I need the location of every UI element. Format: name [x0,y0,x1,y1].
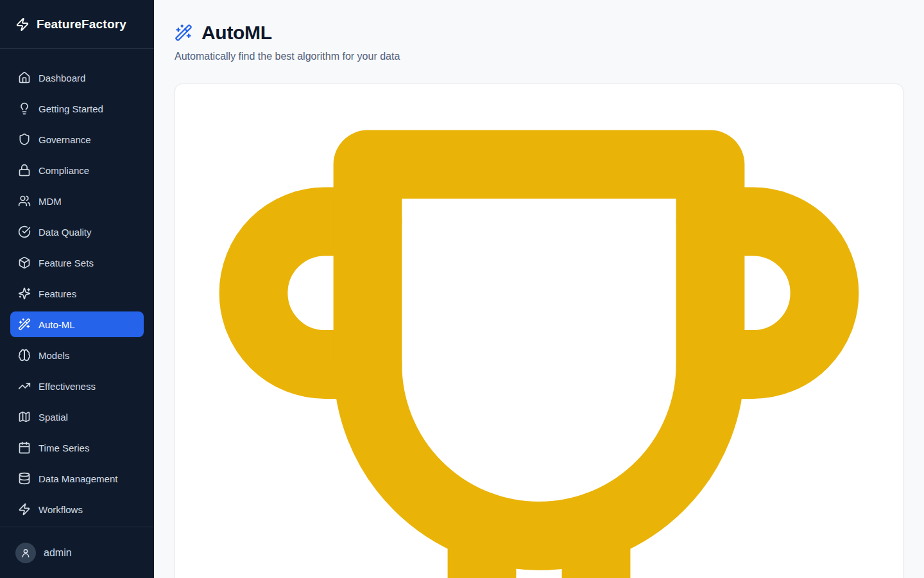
sidebar-item-mdm[interactable]: MDM [10,188,144,214]
check-circle-icon [18,225,31,238]
sidebar-item-label: MDM [38,196,62,207]
sidebar-user[interactable]: admin [0,527,154,578]
sidebar-item-label: Compliance [38,165,89,176]
page-subtitle: Automatically find the best algorithm fo… [175,51,903,62]
sidebar: FeatureFactory DashboardGetting StartedG… [0,0,154,578]
sidebar-item-effectiveness[interactable]: Effectiveness [10,373,144,399]
brain-icon [18,349,31,362]
sparkles-icon [18,287,31,300]
zap-icon [15,17,30,31]
best-model-card: Best Model Found! FeatureFactory tested … [175,83,903,578]
sidebar-item-models[interactable]: Models [10,342,144,368]
main-content: AutoML Automatically find the best algor… [154,0,924,578]
zap-icon [18,503,31,516]
sidebar-item-label: Governance [38,134,91,145]
sidebar-item-label: Models [38,350,69,361]
calendar-icon [18,441,31,454]
trophy-icon [196,107,882,578]
sidebar-item-data-quality[interactable]: Data Quality [10,219,144,245]
users-icon [18,195,31,207]
sidebar-item-label: Data Management [38,473,117,484]
sidebar-item-data-management[interactable]: Data Management [10,466,144,491]
app-name: FeatureFactory [37,17,126,31]
lock-icon [18,164,31,177]
app-logo: FeatureFactory [0,0,154,49]
sidebar-item-dashboard[interactable]: Dashboard [10,65,144,91]
page-title: AutoML [201,22,272,44]
trending-up-icon [18,380,31,392]
home-icon [18,71,31,84]
user-icon [21,548,31,558]
sidebar-item-time-series[interactable]: Time Series [10,435,144,460]
database-icon [18,472,31,485]
sidebar-item-label: Spatial [38,412,68,423]
user-name: admin [44,547,72,559]
sidebar-item-auto-ml[interactable]: Auto-ML [10,311,144,337]
sidebar-item-label: Feature Sets [38,258,94,268]
sidebar-item-label: Getting Started [38,103,103,114]
sidebar-item-label: Workflows [38,504,83,515]
sidebar-item-label: Auto-ML [38,319,75,330]
sidebar-item-label: Dashboard [38,73,85,83]
sidebar-item-label: Features [38,288,76,299]
sidebar-item-compliance[interactable]: Compliance [10,157,144,183]
sidebar-item-features[interactable]: Features [10,281,144,306]
sidebar-item-governance[interactable]: Governance [10,127,144,152]
sidebar-item-spatial[interactable]: Spatial [10,404,144,430]
lightbulb-icon [18,102,31,115]
sidebar-item-getting-started[interactable]: Getting Started [10,96,144,121]
sidebar-item-workflows[interactable]: Workflows [10,496,144,522]
sidebar-item-label: Effectiveness [38,381,96,392]
wand-sparkles-icon [18,318,31,331]
wand-sparkles-icon [175,24,193,42]
map-icon [18,410,31,423]
sidebar-item-feature-sets[interactable]: Feature Sets [10,250,144,276]
sidebar-nav: DashboardGetting StartedGovernanceCompli… [0,49,154,527]
avatar [15,543,36,563]
box-icon [18,256,31,269]
shield-icon [18,133,31,146]
sidebar-item-label: Time Series [38,442,89,453]
sidebar-item-label: Data Quality [38,227,92,238]
